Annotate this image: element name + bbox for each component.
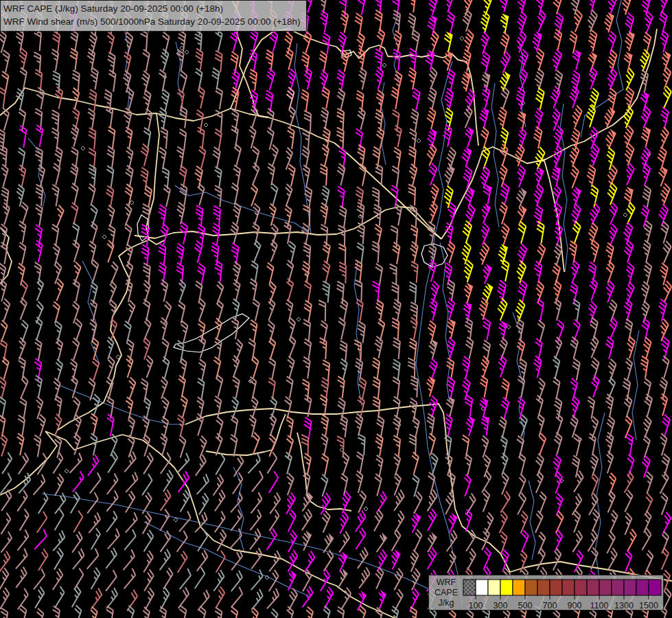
legend-tick-label: 700 [543, 601, 557, 610]
legend-tick-label: 1100 [590, 601, 609, 610]
map-canvas [0, 0, 672, 618]
legend-tick-label: 100 [469, 601, 483, 610]
legend-tick-label: 900 [568, 601, 582, 610]
title-overlay: WRF CAPE (J/kg) Saturday 20-09-2025 00:0… [0, 0, 307, 32]
legend-cell [537, 580, 550, 595]
legend-cell [513, 580, 525, 595]
legend-tick-label: 1300 [614, 601, 634, 610]
legend-tick-label: 300 [494, 601, 508, 610]
legend-cell [624, 580, 636, 595]
legend-tick-label: 1500 [639, 601, 658, 610]
legend-cell [488, 580, 500, 595]
cape-legend: WRF CAPE J/kg 10030050070090011001300150… [428, 575, 664, 610]
legend-cell [636, 580, 649, 595]
legend-cell [587, 580, 599, 595]
legend-tick-label: 500 [518, 601, 533, 610]
legend-cell [599, 580, 612, 595]
legend-cell [463, 580, 476, 595]
title-line-cape: WRF CAPE (J/kg) Saturday 20-09-2025 00:0… [3, 2, 301, 15]
legend-colorbar: 100300500700900110013001500 [429, 575, 664, 611]
legend-cell [562, 580, 575, 595]
legend-cell [575, 580, 587, 595]
legend-cell [476, 580, 488, 595]
wrf-weather-map: WRF CAPE (J/kg) Saturday 20-09-2025 00:0… [0, 0, 672, 618]
legend-cell [550, 580, 562, 595]
legend-cell [500, 580, 513, 595]
title-line-windshear: WRF Wind shear (m/s) 500/1000hPa Saturda… [3, 15, 301, 28]
legend-cell [525, 580, 537, 595]
legend-cell [649, 580, 661, 595]
legend-cell [612, 580, 624, 595]
